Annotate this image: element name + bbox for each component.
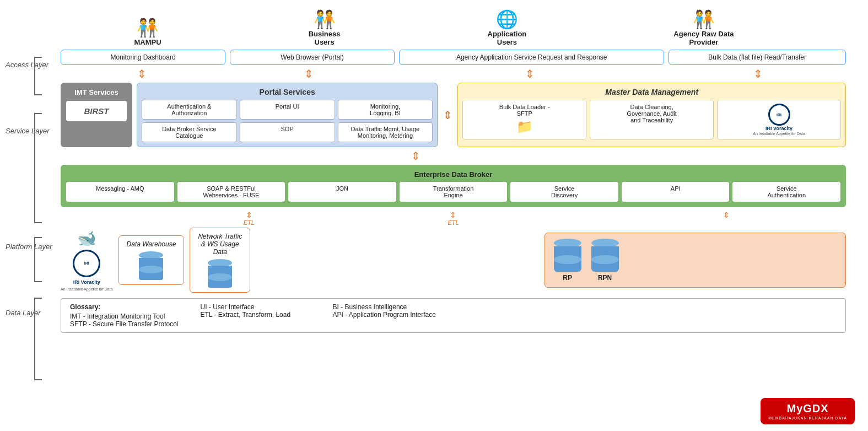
mygdx-sub: MEMBARAJUKAN KERAJAAN DATA [768,416,847,420]
etl-arrows-row: ⇕ ETL ⇕ ETL ⇕ [11,211,857,226]
etl-space1 [61,211,176,226]
rp-rpn-box: RP RPN [544,233,846,288]
dw-cylinder [139,251,163,280]
glossary-col-2: BI - Business Intelligence API - Applica… [333,303,476,319]
network-traffic-box: Network Traffic& WS UsageData [190,228,250,293]
platform-jon: JON [288,182,396,202]
iri-logo-text: IRI Voracity [765,126,792,132]
platform-layer-box: Enterprise Data Broker Messaging - AMQ S… [61,165,846,207]
glossary-item-etl: ETL - Extract, Transform, Load [201,311,311,319]
birst-box: BIRST [66,101,127,121]
access-layer-label: Access Layer [6,61,48,69]
mampu-label: MAMPU [134,38,161,46]
service-arrow-space: ⇕ [442,83,453,147]
mygdx-container: MyGDX MEMBARAJUKAN KERAJAAN DATA [761,398,855,424]
arrow-2: ⇕ [228,67,390,80]
sp-space [596,149,613,163]
bulk-data-box: Bulk Data (flat file) Read/Transfer [668,50,846,65]
service-layer-label: Service Layer [6,127,49,135]
data-warehouse-box: Data Warehouse [118,235,185,285]
bulk-data-label: Bulk Data (flat file) Read/Transfer [708,53,806,61]
web-browser-box: Web Browser (Portal) [230,50,395,65]
portal-title: Portal Services [142,88,433,96]
glossary-col-1: UI - User Interface ETL - Extract, Trans… [201,303,311,319]
sp-arrow-space [61,149,236,163]
etl-space3 [527,211,665,226]
network-traffic-label: Network Traffic& WS UsageData [198,233,242,256]
portal-sop: SOP [240,122,335,142]
sp-arrow-portal: ⇕ [240,149,591,163]
user-application: 🌐 ApplicationUsers [488,9,527,46]
platform-grid: Messaging - AMQ SOAP & RESTFulWebservice… [66,182,840,202]
service-bracket [34,113,42,223]
access-arrows: ⇕ ⇕ ⇕ ⇕ [11,67,857,80]
shark-icon: 🐋 [77,229,96,247]
mygdx-brand: MyGDX [768,402,847,415]
web-browser-label: Web Browser (Portal) [281,53,343,61]
iri-logo-circle: IRI [768,104,790,126]
user-agency: 🧑‍🤝‍🧑 Agency Raw DataProvider [673,9,734,46]
users-row: 🧑‍🤝‍🧑 MAMPU 🧑‍🤝‍🧑 BusinessUsers 🌐 Applic… [11,6,857,50]
portal-monitoring: Monitoring,Logging, BI [338,100,433,120]
iri-voracity-group: 🐋 IRI IRI Voracity An Insatiable Appetit… [61,229,113,292]
platform-api: API [622,182,730,202]
portal-box: Portal Services Authentication &Authoriz… [137,83,438,147]
data-layer-row: 🐋 IRI IRI Voracity An Insatiable Appetit… [11,228,857,293]
data-bracket [34,298,42,380]
etl-right-label: ETL [384,219,522,226]
platform-auth: ServiceAuthentication [732,182,840,202]
sp-arrow-space2 [618,149,846,163]
agency-label: Agency Raw DataProvider [673,30,734,46]
etl-rp-arrow: ⇕ [669,211,784,226]
data-warehouse-label: Data Warehouse [127,240,176,248]
glossary-item-api: API - Application Program Interface [333,311,476,319]
iri-data-sub: An Insatiable Appetite for Data [61,287,113,291]
rpn-cyl-mid [591,255,619,264]
glossary-item-ui: UI - User Interface [201,303,311,311]
master-title: Master Data Management [462,88,841,96]
user-mampu: 🧑‍🤝‍🧑 MAMPU [134,17,161,46]
portal-ui: Portal UI [240,100,335,120]
etl-space2 [322,211,380,226]
glossary-box: Glossary: IMT - Integration Monitoring T… [61,298,846,333]
nt-cylinder [208,259,232,288]
iri-data-circle: IRI [73,250,100,277]
master-sftp: Bulk Data Loader -SFTP 📁 [462,100,586,139]
master-cleansing: Data Cleansing,Governance, Auditand Trac… [590,100,714,139]
platform-discovery: ServiceDiscovery [510,182,618,202]
portal-grid: Authentication &Authorization Portal UI … [142,100,433,142]
portal-auth: Authentication &Authorization [142,100,237,120]
master-grid: Bulk Data Loader -SFTP 📁 Data Cleansing,… [462,100,841,139]
platform-transformation: TransformationEngine [400,182,508,202]
imt-box: IMT Services BIRST [61,83,132,147]
ftp-icon: 📁 [466,119,583,134]
user-business: 🧑‍🤝‍🧑 BusinessUsers [309,9,341,46]
agency-app-label: Agency Application Service Request and R… [456,53,607,61]
etl-left-label: ETL [180,219,318,226]
rp-cyl-mid [554,255,581,264]
platform-messaging: Messaging - AMQ [66,182,174,202]
application-label: ApplicationUsers [488,30,527,46]
master-box: Master Data Management Bulk Data Loader … [457,83,846,147]
rp-group: RP [554,239,581,282]
arrow-3: ⇕ [395,67,666,80]
portal-traffic: Data Traffic Mgmt, UsageMonitoring, Mete… [338,122,433,142]
etl-right-group: ⇕ ETL [384,211,522,226]
business-label: BusinessUsers [309,30,341,46]
mampu-icon: 🧑‍🤝‍🧑 [137,17,159,38]
rpn-cylinder [591,239,619,272]
etl-left-arrow: ⇕ [180,211,318,219]
rp-cylinder [554,239,581,272]
platform-title: Enterprise Data Broker [66,170,840,179]
monitoring-dashboard-label: Monitoring Dashboard [110,53,175,61]
platform-layer-label: Platform Layer [6,243,52,251]
portal-catalogue: Data Broker ServiceCatalogue [142,122,237,142]
glossary-col-0: Glossary: IMT - Integration Monitoring T… [70,303,179,328]
agency-app-box: Agency Application Service Request and R… [399,50,664,65]
service-platform-arrows: ⇕ [11,149,857,163]
glossary-item-bi: BI - Business Intelligence [333,303,476,311]
mygdx-logo: MyGDX MEMBARAJUKAN KERAJAAN DATA [761,398,855,424]
platform-soap: SOAP & RESTFulWebservices - FUSE [177,182,285,202]
agency-icon: 🧑‍🤝‍🧑 [693,9,715,30]
master-iri: IRI IRI Voracity An Insatiable Appetite … [717,100,841,139]
